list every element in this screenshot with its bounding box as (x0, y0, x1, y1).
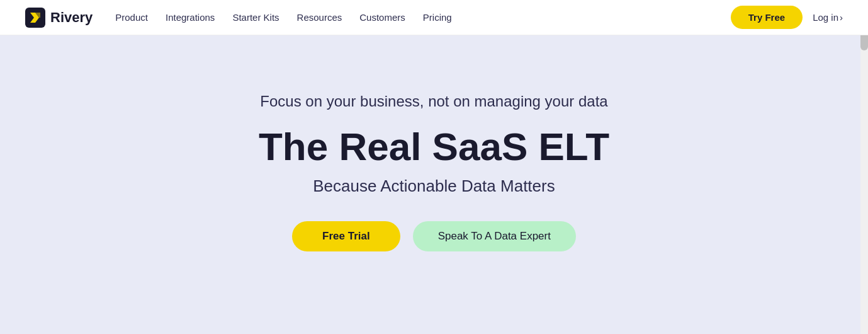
speak-to-expert-button[interactable]: Speak To A Data Expert (413, 221, 576, 251)
scrollbar[interactable] (860, 0, 868, 334)
nav-item-integrations[interactable]: Integrations (166, 12, 215, 23)
nav-link-starter-kits[interactable]: Starter Kits (232, 12, 279, 23)
navbar-right: Try Free Log in › (731, 6, 843, 29)
logo-link[interactable]: Rivery (25, 8, 93, 28)
nav-links: Product Integrations Starter Kits Resour… (115, 12, 451, 23)
nav-link-integrations[interactable]: Integrations (166, 12, 215, 23)
try-free-button[interactable]: Try Free (731, 6, 803, 29)
hero-buttons: Free Trial Speak To A Data Expert (292, 221, 576, 251)
nav-link-product[interactable]: Product (115, 12, 148, 23)
hero-tagline: Because Actionable Data Matters (313, 176, 555, 196)
nav-item-product[interactable]: Product (115, 12, 148, 23)
hero-title: The Real SaaS ELT (259, 125, 609, 168)
login-link[interactable]: Log in › (813, 12, 843, 23)
nav-link-pricing[interactable]: Pricing (423, 12, 452, 23)
nav-link-customers[interactable]: Customers (359, 12, 405, 23)
nav-item-resources[interactable]: Resources (297, 12, 342, 23)
navbar-left: Rivery Product Integrations Starter Kits… (25, 8, 452, 28)
logo-icon (25, 8, 45, 28)
nav-item-customers[interactable]: Customers (359, 12, 405, 23)
navbar: Rivery Product Integrations Starter Kits… (0, 0, 868, 35)
free-trial-button[interactable]: Free Trial (292, 221, 400, 251)
logo-text: Rivery (50, 9, 93, 26)
hero-section: Focus on your business, not on managing … (0, 35, 868, 334)
nav-link-resources[interactable]: Resources (297, 12, 342, 23)
nav-item-pricing[interactable]: Pricing (423, 12, 452, 23)
nav-item-starter-kits[interactable]: Starter Kits (232, 12, 279, 23)
hero-subtitle: Focus on your business, not on managing … (260, 93, 607, 110)
